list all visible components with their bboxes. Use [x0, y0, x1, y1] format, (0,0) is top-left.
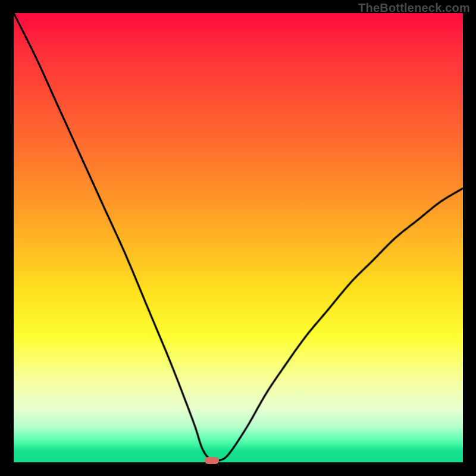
curve-canvas	[14, 13, 463, 462]
plot-area	[13, 13, 463, 463]
marker-point	[205, 457, 219, 464]
chart-stage: TheBottleneck.com	[0, 0, 476, 476]
